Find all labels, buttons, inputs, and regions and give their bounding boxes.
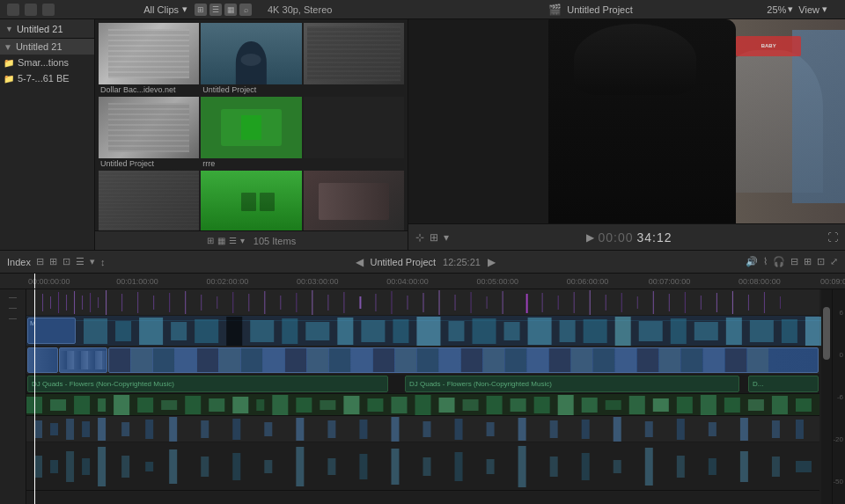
grid-icon[interactable]: ⊞ (195, 4, 207, 16)
clip-block[interactable]: M (27, 318, 76, 344)
svg-rect-53 (115, 321, 131, 341)
nav-back-icon[interactable]: ◀ (356, 256, 364, 268)
timeline-icon-3[interactable]: ⊡ (62, 256, 70, 267)
view-icon-3[interactable]: ☰ (229, 236, 237, 245)
preview-right-icons: ⛶ (827, 231, 838, 244)
svg-rect-13 (185, 291, 186, 314)
search-icon[interactable]: ⌕ (239, 4, 252, 16)
nav-forward-icon[interactable]: ▶ (488, 256, 496, 268)
svg-rect-142 (34, 456, 42, 478)
svg-rect-74 (694, 322, 718, 340)
scrollbar-thumb[interactable] (823, 307, 830, 360)
filter-icon[interactable]: ⊡ (817, 256, 825, 267)
timeline-scrollbar[interactable] (821, 289, 832, 504)
chevron-icon[interactable]: ▾ (240, 236, 245, 245)
sidebar-item-library[interactable]: 📁 5-7-...61 BE (0, 70, 94, 86)
media-item[interactable]: rrre (201, 97, 301, 169)
svg-rect-152 (264, 460, 272, 473)
timeline-title: Untitled Project (371, 257, 437, 267)
svg-rect-102 (534, 397, 550, 413)
svg-rect-55 (171, 322, 187, 340)
svg-rect-32 (487, 296, 488, 309)
video-clip[interactable] (59, 347, 107, 373)
media-item[interactable]: Untitled Project (201, 23, 301, 95)
all-clips-button[interactable]: All Clips ▾ (143, 4, 187, 15)
fullscreen-icon[interactable]: ⛶ (827, 231, 838, 244)
svg-rect-46 (716, 293, 717, 312)
preview-left-icons: ⊹ ⊞ ▾ (415, 231, 449, 244)
media-item[interactable]: Dollar Bac...idevo.net (99, 23, 199, 95)
svg-rect-160 (518, 446, 526, 487)
svg-rect-158 (455, 452, 463, 481)
sidebar-item-smartcollections[interactable]: 📁 Smar...tions (0, 55, 94, 70)
top-bar: All Clips ▾ ⊞ ☰ ▦ ⌕ 4K 30p, Stereo 🎬 Unt… (0, 0, 845, 19)
arrow-icon[interactable]: ↕ (100, 257, 106, 267)
media-item[interactable]: rrre (99, 171, 199, 230)
svg-rect-98 (439, 398, 455, 413)
zoom-button[interactable]: 25% ▾ (767, 4, 793, 15)
folder-icon: ▼ (4, 42, 12, 52)
svg-rect-26 (391, 291, 392, 314)
index-label[interactable]: Index (7, 257, 31, 267)
transform-icon[interactable]: ⊹ (415, 231, 424, 244)
svg-rect-76 (750, 320, 774, 342)
svg-rect-47 (732, 291, 733, 314)
timeline-header-center: ◀ Untitled Project 12:25:21 ▶ (112, 256, 738, 268)
svg-rect-163 (614, 460, 621, 473)
svg-rect-66 (473, 318, 496, 344)
media-item[interactable]: cartoon d...n footage (201, 171, 301, 230)
svg-rect-57 (226, 317, 242, 346)
crop-icon[interactable]: ⊞ (430, 231, 438, 244)
timeline-icon-1[interactable]: ⊟ (36, 256, 44, 267)
svg-rect-104 (582, 398, 598, 413)
connect-icon[interactable]: ⊟ (790, 256, 798, 267)
svg-rect-64 (416, 317, 440, 346)
video-clip[interactable] (27, 347, 58, 373)
play-icon[interactable]: ▶ (586, 231, 594, 244)
audio-clip[interactable]: D... (748, 376, 819, 392)
svg-rect-87 (185, 396, 201, 414)
resize-icon[interactable]: ⤢ (830, 256, 838, 267)
clip-icon[interactable]: ⊞ (804, 256, 812, 267)
list-icon[interactable]: ☰ (209, 4, 222, 16)
chevron-icon[interactable]: ▾ (444, 231, 449, 244)
media-item[interactable] (304, 97, 404, 169)
svg-rect-77 (782, 319, 797, 343)
audio-clip[interactable]: DJ Quads - Flowers (Non-Copyrighted Musi… (27, 376, 388, 392)
media-label: Untitled Project (99, 158, 199, 169)
svg-rect-29 (439, 290, 440, 315)
db-label-0: 0 (840, 351, 843, 359)
svg-rect-165 (677, 456, 685, 478)
headphone-icon[interactable]: 🎧 (773, 256, 785, 267)
timeline-icon-2[interactable]: ⊞ (49, 256, 57, 267)
media-grid: Dollar Bac...idevo.net Untitled Project (95, 19, 408, 230)
media-item[interactable] (304, 171, 404, 230)
chevron-down-icon[interactable]: ▾ (90, 256, 95, 267)
view-icon[interactable]: ⊞ (207, 236, 214, 245)
sidebar-title: Untitled 21 (17, 24, 63, 34)
media-item[interactable]: Untitled Project (99, 97, 199, 169)
video-clip-main[interactable] (108, 347, 819, 373)
timeline-icon-4[interactable]: ☰ (76, 256, 84, 267)
audio-clip[interactable]: DJ Quads - Flowers (Non-Copyrighted Musi… (405, 376, 739, 392)
svg-rect-161 (550, 457, 558, 477)
svg-rect-50 (780, 296, 781, 309)
media-item[interactable] (304, 23, 404, 95)
filmstrip-icon[interactable]: ▦ (224, 4, 237, 16)
view-button[interactable]: View ▾ (798, 4, 836, 15)
svg-rect-130 (455, 419, 463, 440)
view-icon-2[interactable]: ▦ (217, 236, 225, 245)
svg-rect-62 (361, 320, 385, 342)
wave-icon[interactable]: ⌇ (763, 256, 768, 267)
svg-rect-122 (201, 420, 209, 438)
audio-icon[interactable]: 🔊 (746, 256, 758, 267)
sidebar-item-project[interactable]: ▼ Untitled 21 (0, 39, 94, 55)
svg-rect-8 (106, 290, 107, 315)
sidebar: ▼ Untitled 21 ▼ Untitled 21 📁 Smar...tio… (0, 19, 95, 250)
svg-rect-100 (487, 396, 503, 414)
track-audio-1: DJ Quads - Flowers (Non-Copyrighted Musi… (26, 375, 819, 394)
svg-rect-52 (84, 318, 107, 344)
db-label-6: 6 (840, 309, 843, 317)
svg-rect-15 (217, 296, 217, 309)
collapse-icon[interactable]: ▼ (5, 25, 13, 33)
